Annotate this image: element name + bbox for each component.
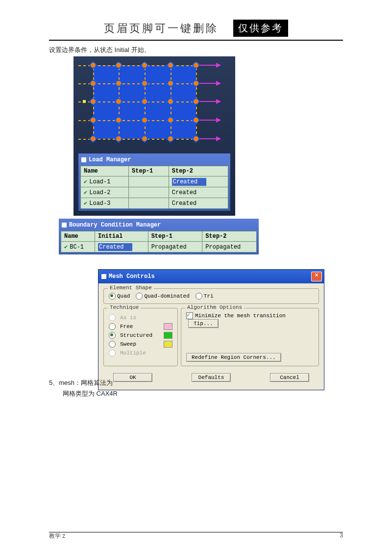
window-icon [101, 274, 106, 279]
radio-sweep[interactable]: Sweep [109, 341, 172, 348]
col-initial[interactable]: Initial [95, 231, 148, 242]
table-row[interactable]: ✔Load-2 Created [81, 187, 228, 198]
table-row[interactable]: ✔BC-1 Created Propagated Propagated [61, 242, 257, 252]
ok-button[interactable]: OK [113, 373, 152, 382]
header-text: 页眉页脚可一键删除 [104, 21, 219, 36]
col-step1[interactable]: Step-1 [148, 231, 202, 242]
minimize-checkbox[interactable]: Minimize the mesh transition [186, 313, 286, 319]
bc-manager-table: Name Initial Step-1 Step-2 ✔BC-1 Created… [61, 231, 257, 252]
col-step1[interactable]: Step-1 [129, 166, 169, 177]
bc-manager-panel: Boundary Condition Manager Name Initial … [59, 219, 259, 254]
radio-quad[interactable]: Quad [109, 293, 130, 300]
close-icon[interactable]: × [311, 272, 322, 281]
table-row[interactable]: ✔Load-1 Created [81, 177, 228, 187]
footer-left: 教学 z [49, 532, 65, 540]
radio-as-is: As is [109, 314, 172, 321]
radio-multiple: Multiple [109, 350, 172, 356]
radio-quad-dominated[interactable]: Quad-dominated [136, 293, 189, 300]
technique-group: Technique As is Free Structured Sweep Mu… [103, 308, 178, 366]
mesh-viewport: [[30,8],[82,8],[135,8],[188,8],[240,8],[… [74, 56, 235, 216]
radio-tri[interactable]: Tri [196, 293, 214, 300]
col-name[interactable]: Name [81, 166, 129, 177]
element-shape-group: Element Shape Quad Quad-dominated Tri [103, 288, 319, 304]
load-manager-table: Name Step-1 Step-2 ✔Load-1 Created ✔Load… [80, 166, 228, 209]
load-manager-title: Load Manager [80, 155, 228, 166]
radio-free[interactable]: Free [109, 323, 172, 330]
tip-button[interactable]: Tip... [188, 319, 219, 328]
header-rule [49, 40, 343, 41]
algorithm-legend: Algorithm Options [185, 304, 244, 310]
defaults-button[interactable]: Defaults [192, 373, 231, 382]
check-icon: ✔ [64, 244, 68, 251]
algorithm-group: Algorithm Options Minimize the mesh tran… [181, 308, 319, 366]
body-line-3: 网格类型为 CAX4R [63, 389, 343, 398]
footer-right: 3 [340, 532, 343, 540]
col-name[interactable]: Name [61, 231, 95, 242]
check-icon: ✔ [84, 178, 87, 185]
element-shape-legend: Element Shape [108, 285, 154, 291]
page-header: 页眉页脚可一键删除 仅供参考 [49, 20, 343, 37]
swatch-free [164, 323, 172, 330]
bc-manager-title: Boundary Condition Manager [61, 221, 257, 231]
col-step2[interactable]: Step-2 [202, 231, 257, 242]
page-footer: 教学 z 3 [49, 532, 343, 540]
swatch-structured [164, 332, 172, 339]
dialog-title: Mesh Controls [109, 273, 155, 280]
body-line-1: 设置边界条件，从状态 Initial 开始。 [49, 46, 343, 54]
dialog-titlebar[interactable]: Mesh Controls × [98, 270, 324, 283]
check-icon: ✔ [84, 189, 87, 196]
redefine-button[interactable]: Redefine Region Corners... [186, 353, 281, 362]
check-icon: ✔ [84, 200, 87, 207]
cancel-button[interactable]: Cancel [270, 373, 309, 382]
load-manager-panel: Load Manager Name Step-1 Step-2 ✔Load-1 … [78, 153, 230, 211]
mesh-controls-dialog: Mesh Controls × Element Shape Quad Quad-… [98, 269, 324, 390]
swatch-sweep [164, 341, 172, 348]
radio-structured[interactable]: Structured [109, 332, 172, 339]
col-step2[interactable]: Step-2 [169, 166, 228, 177]
technique-legend: Technique [108, 304, 141, 310]
table-row[interactable]: ✔Load-3 Created [81, 198, 228, 209]
mesh-grid: [[30,8],[82,8],[135,8],[188,8],[240,8],[… [78, 61, 220, 150]
header-badge: 仅供参考 [233, 20, 288, 37]
